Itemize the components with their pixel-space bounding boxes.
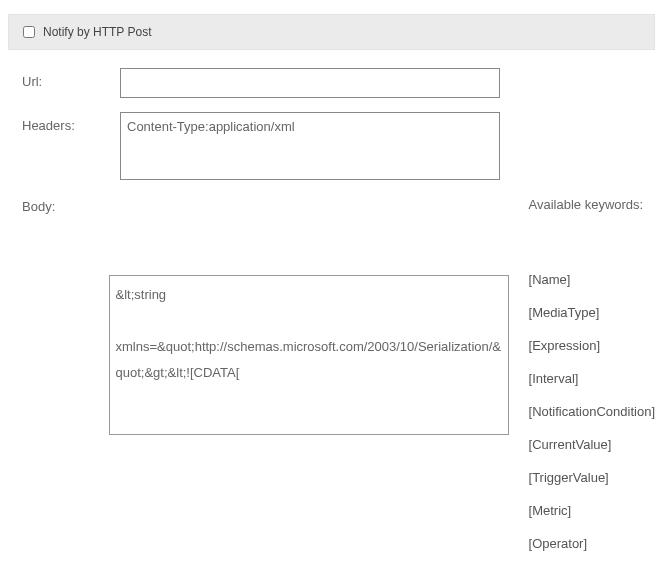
body-input[interactable] bbox=[109, 275, 509, 435]
headers-label: Headers: bbox=[22, 112, 120, 183]
keyword-item: [Operator] bbox=[529, 536, 655, 551]
url-input[interactable] bbox=[120, 68, 500, 98]
keyword-item: [Name] bbox=[529, 272, 655, 287]
section-header: Notify by HTTP Post bbox=[8, 14, 655, 50]
keyword-item: [CurrentValue] bbox=[529, 437, 655, 452]
available-keywords-label: Available keywords: bbox=[529, 197, 655, 212]
body-label: Body: bbox=[22, 197, 109, 561]
form-area: Url: Headers: Body: Available keywords: … bbox=[0, 50, 663, 561]
keyword-item: [TriggerValue] bbox=[529, 470, 655, 485]
headers-input[interactable] bbox=[120, 112, 500, 180]
url-label: Url: bbox=[22, 68, 120, 98]
notify-http-post-checkbox[interactable] bbox=[23, 26, 35, 38]
keyword-list: [Name] [MediaType] [Expression] [Interva… bbox=[529, 272, 655, 561]
keyword-item: [MediaType] bbox=[529, 305, 655, 320]
keyword-item: [NotificationCondition] bbox=[529, 404, 655, 419]
section-title: Notify by HTTP Post bbox=[43, 25, 151, 39]
keyword-item: [Metric] bbox=[529, 503, 655, 518]
keyword-item: [Interval] bbox=[529, 371, 655, 386]
keyword-item: [Expression] bbox=[529, 338, 655, 353]
